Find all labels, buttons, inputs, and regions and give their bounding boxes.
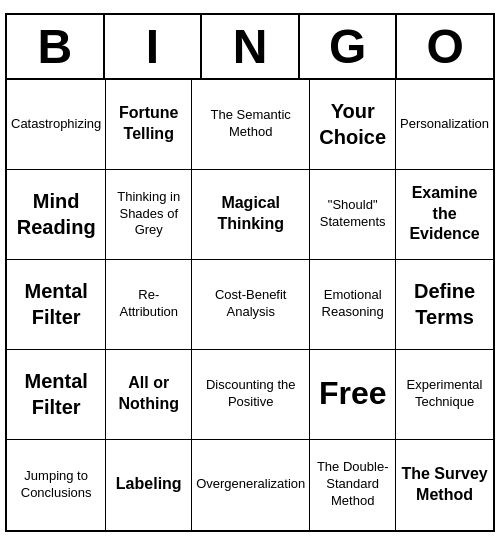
bingo-cell: Cost-Benefit Analysis xyxy=(192,260,310,350)
bingo-cell: Magical Thinking xyxy=(192,170,310,260)
cell-label: Cost-Benefit Analysis xyxy=(196,287,305,321)
bingo-cell: Free xyxy=(310,350,396,440)
bingo-cell: Your Choice xyxy=(310,80,396,170)
cell-label: The Semantic Method xyxy=(196,107,305,141)
cell-label: "Should" Statements xyxy=(314,197,391,231)
bingo-cell: Thinking in Shades of Grey xyxy=(106,170,192,260)
cell-label: The Survey Method xyxy=(400,464,489,506)
cell-label: Experimental Technique xyxy=(400,377,489,411)
cell-label: Examine the Evidence xyxy=(400,183,489,245)
bingo-cell: Labeling xyxy=(106,440,192,530)
cell-label: Overgeneralization xyxy=(196,476,305,493)
bingo-cell: Emotional Reasoning xyxy=(310,260,396,350)
cell-label: Your Choice xyxy=(314,98,391,150)
bingo-cell: Define Terms xyxy=(396,260,493,350)
cell-label: Mental Filter xyxy=(11,368,101,420)
bingo-cell: Experimental Technique xyxy=(396,350,493,440)
bingo-cell: Mind Reading xyxy=(7,170,106,260)
cell-label: Discounting the Positive xyxy=(196,377,305,411)
bingo-cell: Examine the Evidence xyxy=(396,170,493,260)
cell-label: Free xyxy=(319,373,387,415)
bingo-cell: The Survey Method xyxy=(396,440,493,530)
bingo-cell: The Semantic Method xyxy=(192,80,310,170)
bingo-cell: Overgeneralization xyxy=(192,440,310,530)
bingo-cell: Jumping to Conclusions xyxy=(7,440,106,530)
cell-label: Jumping to Conclusions xyxy=(11,468,101,502)
cell-label: Thinking in Shades of Grey xyxy=(110,189,187,240)
cell-label: Magical Thinking xyxy=(196,193,305,235)
cell-label: Define Terms xyxy=(400,278,489,330)
bingo-cell: Mental Filter xyxy=(7,350,106,440)
bingo-cell: "Should" Statements xyxy=(310,170,396,260)
cell-label: Mind Reading xyxy=(11,188,101,240)
bingo-cell: Fortune Telling xyxy=(106,80,192,170)
bingo-cell: The Double-Standard Method xyxy=(310,440,396,530)
cell-label: Personalization xyxy=(400,116,489,133)
header-letter: B xyxy=(7,15,105,78)
bingo-grid: CatastrophizingFortune TellingThe Semant… xyxy=(7,80,493,530)
header-letter: I xyxy=(105,15,203,78)
header-letter: G xyxy=(300,15,398,78)
bingo-cell: Mental Filter xyxy=(7,260,106,350)
bingo-cell: Personalization xyxy=(396,80,493,170)
header-letter: O xyxy=(397,15,493,78)
cell-label: Re-Attribution xyxy=(110,287,187,321)
cell-label: All or Nothing xyxy=(110,373,187,415)
bingo-cell: Catastrophizing xyxy=(7,80,106,170)
bingo-header: BINGO xyxy=(7,15,493,80)
cell-label: Labeling xyxy=(116,474,182,495)
cell-label: Catastrophizing xyxy=(11,116,101,133)
cell-label: Mental Filter xyxy=(11,278,101,330)
bingo-card: BINGO CatastrophizingFortune TellingThe … xyxy=(5,13,495,532)
header-letter: N xyxy=(202,15,300,78)
cell-label: The Double-Standard Method xyxy=(314,459,391,510)
bingo-cell: Discounting the Positive xyxy=(192,350,310,440)
bingo-cell: All or Nothing xyxy=(106,350,192,440)
bingo-cell: Re-Attribution xyxy=(106,260,192,350)
cell-label: Emotional Reasoning xyxy=(314,287,391,321)
cell-label: Fortune Telling xyxy=(110,103,187,145)
